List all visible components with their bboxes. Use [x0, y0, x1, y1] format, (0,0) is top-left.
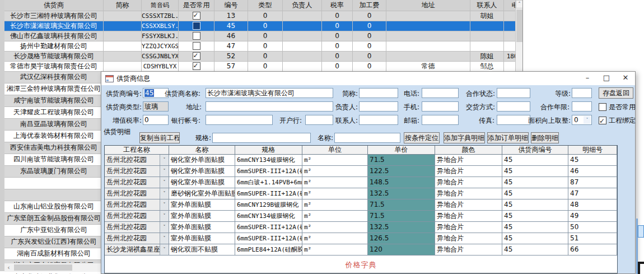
- contact-field[interactable]: [359, 115, 398, 125]
- grid-col-project[interactable]: 工程名称: [105, 146, 169, 155]
- grid-row[interactable]: 岳州北控花园 ˅ 室外单面贴膜 6mmCNY129B镀膜钢化 m² 71.5 异…: [105, 199, 617, 211]
- list-item[interactable]: [4, 178, 103, 189]
- address-field[interactable]: [206, 101, 333, 112]
- list-item[interactable]: 天津耀皮工程玻璃有限公司: [4, 107, 103, 119]
- list-item[interactable]: 西安佳吉美电力科技有限公司: [4, 142, 103, 154]
- common-checkbox[interactable]: [193, 52, 200, 60]
- list-horizontal-scrollbar[interactable]: ‹: [4, 263, 104, 272]
- grid-row[interactable]: 岳州北控花园 ˅ 室外单面贴膜 6mmCNY134镀膜钢化 m² 71.5 异地…: [105, 211, 617, 222]
- grid-row[interactable]: 岳州北控花园 ˅ 钢化室外单面贴膜 6mmSUPER-III+12A(硅... …: [105, 166, 617, 177]
- list-item[interactable]: 湘潭三金特种玻璃有限责任公司: [4, 83, 103, 95]
- scrollbar-thumb[interactable]: [14, 264, 72, 271]
- chevron-down-icon[interactable]: ˅: [160, 177, 169, 188]
- add-order-detail-button[interactable]: 添加订单明细: [487, 132, 529, 143]
- grid-col-supplier-no[interactable]: 供货商编号: [502, 146, 568, 155]
- col-header-no[interactable]: 编号: [214, 0, 248, 11]
- col-header-supplier[interactable]: 供货商: [4, 0, 104, 11]
- grid-col-color[interactable]: 颜色: [435, 146, 502, 155]
- common-checkbox[interactable]: [193, 32, 200, 40]
- list-item[interactable]: 广东坚朗五金制品股份有限公司: [4, 213, 103, 225]
- name-filter-field[interactable]: [334, 133, 400, 143]
- common-use-checkbox[interactable]: 是否常用: [599, 101, 638, 113]
- common-checkbox[interactable]: [193, 12, 200, 20]
- col-header-address[interactable]: 地址: [386, 0, 470, 11]
- table-row[interactable]: 长沙晟格节能玻璃有限公司 CSSGJNBLYXGS 52 0 0 0 陈姐 18…: [4, 52, 515, 62]
- grid-row[interactable]: 岳州北控花园 ˅ 室外单面贴膜 6mmSUPER-III+12A(硅... m²…: [105, 233, 617, 244]
- delivery-field[interactable]: [497, 101, 530, 112]
- table-row[interactable]: 常德市昊宇玻璃有限责任公司 CDSHYBLYX 57 0 0 0 常德 邹总: [4, 62, 515, 72]
- table-row[interactable]: 长沙市潇湘玻璃实业有限公司 CSSXXBLSY... 45 0 0 0: [4, 21, 515, 31]
- list-item[interactable]: 上海优泰装饰材料有限公司: [4, 131, 103, 142]
- scroll-left-icon[interactable]: ‹: [4, 264, 13, 272]
- grade-field[interactable]: [572, 88, 592, 98]
- grid-col-detail-no[interactable]: 明细号: [568, 146, 617, 155]
- chevron-down-icon[interactable]: ˅: [160, 166, 169, 177]
- grid-row[interactable]: 岳州北控花园 ˅ 磨砂钢化室外单面贴膜 6mmSUPER-III+12A(硅..…: [105, 188, 617, 199]
- project-combobox[interactable]: 岳州北控花园 ˅: [105, 211, 169, 222]
- col-header-phone[interactable]: 电话: [504, 0, 515, 11]
- list-item[interactable]: 广东兴发铝业(江西)有限公司: [4, 236, 103, 248]
- grid-row[interactable]: 岳州北控花园 ˅ 室外单面贴膜 6mmSUPER-III+12A(硅... m²…: [105, 222, 617, 233]
- project-combobox[interactable]: 岳州北控花园 ˅: [105, 233, 169, 244]
- project-combobox[interactable]: 长沙龙湖祺鑫星座 ˅: [105, 244, 169, 256]
- list-item[interactable]: 四川南玻节能玻璃有限公司: [4, 154, 103, 166]
- chevron-down-icon[interactable]: ˅: [160, 233, 169, 244]
- scrollbar-thumb[interactable]: [516, 10, 522, 42]
- coop-years-field[interactable]: [572, 101, 592, 112]
- project-bind-checkbox[interactable]: 工程绑定: [599, 115, 638, 126]
- project-combobox[interactable]: 岳州北控花园 ˅: [105, 222, 169, 233]
- col-header-code[interactable]: 简音码: [142, 0, 179, 11]
- common-checkbox[interactable]: [193, 62, 200, 70]
- minimize-icon[interactable]: –: [578, 72, 597, 85]
- grid-col-price[interactable]: 单价: [368, 146, 435, 155]
- spec-filter-field[interactable]: [212, 133, 311, 143]
- vat-field[interactable]: 0: [143, 115, 169, 125]
- list-item[interactable]: 咸宁南玻节能玻璃有限公司: [4, 95, 103, 107]
- common-checkbox[interactable]: [193, 22, 200, 30]
- bank-field[interactable]: [305, 115, 333, 125]
- dialog-titlebar[interactable]: 供货商信息 – □ ✕: [101, 72, 635, 85]
- project-combobox[interactable]: 岳州北控花园 ˅: [105, 155, 169, 166]
- chevron-down-icon[interactable]: ˅: [160, 244, 169, 255]
- add-dict-detail-button[interactable]: 添加字典明细: [444, 132, 485, 143]
- chevron-down-icon[interactable]: ˅: [160, 155, 169, 165]
- table-vertical-scrollbar[interactable]: ˄: [515, 0, 523, 72]
- table-row[interactable]: 佛山市亿鑫玻璃科技有限公司 FSSYXBLKJ... 46 0 0 0: [4, 31, 515, 41]
- round-up-dropdown[interactable]: 0 ˅: [572, 115, 592, 125]
- phone-field[interactable]: [422, 88, 459, 98]
- project-combobox[interactable]: 岳州北控花园 ˅: [105, 177, 169, 188]
- coop-status-field[interactable]: [497, 88, 530, 98]
- chevron-down-icon[interactable]: ˅: [584, 116, 591, 124]
- copy-project-button[interactable]: 复制当前工程: [139, 132, 180, 143]
- table-row[interactable]: 扬州中勤建材有限公司 YZZQJCYXGS 47 0 0 0: [4, 41, 515, 52]
- fax-field[interactable]: [497, 115, 530, 125]
- grid-row[interactable]: 长沙龙湖祺鑫星座 ˅ 钢化双面不贴膜 6mmPLE84+12A(硅酮胶... m…: [105, 244, 617, 256]
- col-header-manager[interactable]: 负责人: [283, 0, 322, 11]
- list-item[interactable]: [4, 189, 103, 201]
- list-item[interactable]: 武汉亿深科技有限公司: [4, 72, 103, 83]
- col-header-contact[interactable]: 联系人: [470, 0, 504, 11]
- grid-col-spec[interactable]: 规格: [235, 146, 302, 155]
- col-header-tax[interactable]: 税率: [322, 0, 353, 11]
- grid-col-unit[interactable]: 单位: [302, 146, 368, 155]
- chevron-down-icon[interactable]: ˅: [160, 188, 169, 199]
- grid-row[interactable]: 岳州北控花园 ˅ 钢化室外单面贴膜 6mmCNY134镀膜钢化 m² 71.5 …: [105, 155, 617, 166]
- grid-col-name[interactable]: 名称: [169, 146, 235, 155]
- col-header-abbr[interactable]: 简称: [104, 0, 142, 11]
- chevron-down-icon[interactable]: ˅: [160, 211, 169, 221]
- close-icon[interactable]: ✕: [616, 72, 635, 85]
- list-item[interactable]: 山东南山铝业股份有限公司: [4, 201, 103, 213]
- list-item[interactable]: 山东华建铝业集团有限公司: [4, 272, 103, 274]
- manager-field[interactable]: [359, 101, 398, 112]
- bank-account-field[interactable]: [206, 115, 273, 125]
- grid-row[interactable]: 岳州北控花园 ˅ 钢化室外单面贴膜 6mm白玻+1.14PVB+6mm... m…: [105, 177, 617, 188]
- abbr-field[interactable]: [359, 88, 398, 98]
- project-combobox[interactable]: 岳州北控花园 ˅: [105, 199, 169, 211]
- email-field[interactable]: [422, 115, 459, 125]
- supplier-type-field[interactable]: 玻璃: [143, 101, 169, 112]
- delete-detail-button[interactable]: 删除明细: [531, 132, 559, 143]
- list-item[interactable]: 南昌亚晶玻璃有限公司: [4, 119, 103, 131]
- list-item[interactable]: 广东中亚铝业有限公司: [4, 225, 103, 236]
- project-combobox[interactable]: 岳州北控花园 ˅: [105, 166, 169, 177]
- col-header-fee[interactable]: 加工费: [353, 0, 386, 11]
